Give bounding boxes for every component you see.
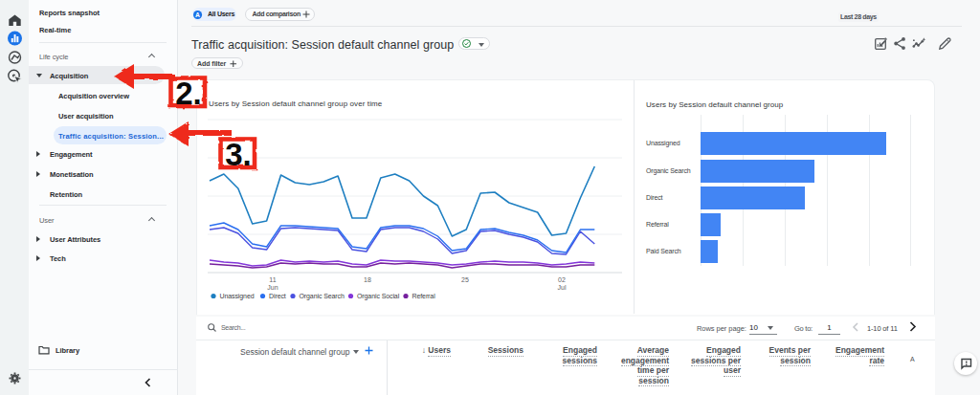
svg-text:2.: 2. <box>175 76 202 111</box>
svg-text:3.: 3. <box>225 137 252 172</box>
